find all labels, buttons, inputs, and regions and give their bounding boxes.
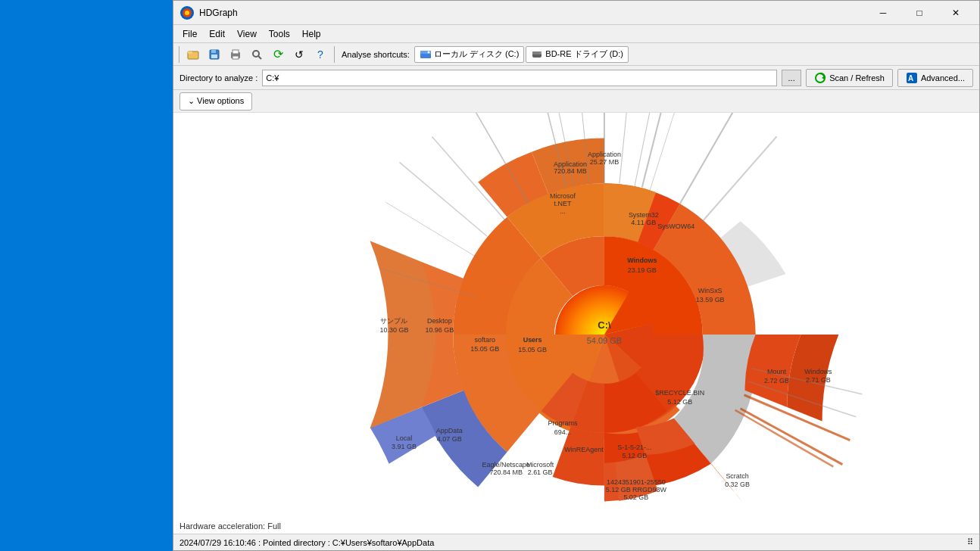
shortcut-d-button[interactable]: BD-RE ドライブ (D:) — [526, 46, 629, 63]
resize-grip: ⠿ — [967, 537, 973, 547]
restore-button[interactable]: □ — [902, 1, 937, 25]
scan-refresh-button[interactable]: Scan / Refresh — [806, 69, 893, 87]
analyse-label: Analyse shortcuts: — [342, 50, 410, 59]
toolbar: ⟳ ↺ ? Analyse shortcuts: ローカル ディスク (C:) … — [173, 43, 979, 66]
search-button[interactable] — [247, 45, 267, 64]
menu-tools[interactable]: Tools — [263, 27, 296, 41]
toolbar-separator — [179, 46, 179, 63]
minimize-button[interactable]: ─ — [866, 1, 900, 25]
browse-button[interactable]: ... — [782, 70, 801, 86]
close-button[interactable]: ✕ — [938, 1, 973, 25]
app-icon — [179, 5, 195, 20]
svg-point-2 — [185, 11, 189, 15]
svg-rect-9 — [233, 50, 239, 54]
chart-container: C:\ 54.09 GB Windows 23.19 GB WinSxS 13.… — [173, 113, 979, 534]
svg-rect-7 — [211, 54, 217, 58]
dir-bar: Directory to analyze : ... Scan / Refres… — [173, 66, 979, 90]
help-button[interactable]: ? — [311, 45, 330, 64]
view-options-button[interactable]: ⌄ View options — [179, 92, 252, 111]
scan-icon — [814, 72, 826, 84]
menu-file[interactable]: File — [176, 27, 203, 41]
svg-point-15 — [427, 51, 429, 53]
toolbar-separator2 — [334, 46, 335, 63]
app-window: HDGraph ─ □ ✕ File Edit View Tools Help … — [173, 0, 980, 551]
svg-rect-10 — [233, 56, 239, 59]
dir-label: Directory to analyze : — [179, 73, 257, 82]
shortcut-c-label: ローカル ディスク (C:) — [434, 48, 519, 60]
status-text: 2024/07/29 16:10:46 : Pointed directory … — [179, 538, 434, 547]
main-content: C:\ 54.09 GB Windows 23.19 GB WinSxS 13.… — [173, 113, 979, 534]
menu-view[interactable]: View — [231, 27, 263, 41]
menu-bar: File Edit View Tools Help — [173, 25, 979, 43]
save-button[interactable] — [204, 45, 224, 64]
svg-text:A: A — [908, 74, 913, 82]
shortcut-d-label: BD-RE ドライブ (D:) — [545, 48, 623, 60]
window-controls: ─ □ ✕ — [866, 1, 973, 25]
center-dir-label: C:\ — [598, 319, 611, 331]
refresh-button[interactable]: ⟳ — [268, 45, 288, 64]
dir-input[interactable] — [262, 70, 777, 86]
title-bar: HDGraph ─ □ ✕ — [173, 1, 979, 25]
back-button[interactable]: ↺ — [289, 45, 309, 64]
advanced-icon: A — [906, 72, 918, 84]
window-title: HDGraph — [199, 8, 866, 18]
svg-line-12 — [258, 56, 261, 59]
hardware-notice: Hardware acceleration: Full — [173, 518, 287, 534]
print-button[interactable] — [226, 45, 245, 64]
advanced-label: Advanced... — [921, 73, 965, 82]
advanced-button[interactable]: A Advanced... — [897, 69, 973, 87]
scan-refresh-label: Scan / Refresh — [829, 73, 885, 82]
disk-c-icon — [420, 48, 432, 61]
options-bar: ⌄ View options — [173, 90, 979, 113]
center-size-label: 54.09 GB — [587, 336, 622, 345]
menu-help[interactable]: Help — [296, 27, 327, 41]
open-button[interactable] — [183, 45, 203, 64]
svg-rect-6 — [211, 50, 216, 53]
sunburst-chart[interactable]: C:\ 54.09 GB Windows 23.19 GB WinSxS 13.… — [173, 113, 979, 534]
svg-point-11 — [253, 51, 259, 57]
shortcut-c-button[interactable]: ローカル ディスク (C:) — [414, 46, 524, 63]
svg-point-18 — [540, 52, 541, 54]
disk-d-icon — [531, 48, 543, 61]
status-bar: 2024/07/29 16:10:46 : Pointed directory … — [173, 534, 979, 550]
svg-marker-20 — [822, 76, 825, 79]
svg-rect-4 — [188, 51, 192, 54]
menu-edit[interactable]: Edit — [203, 27, 231, 41]
